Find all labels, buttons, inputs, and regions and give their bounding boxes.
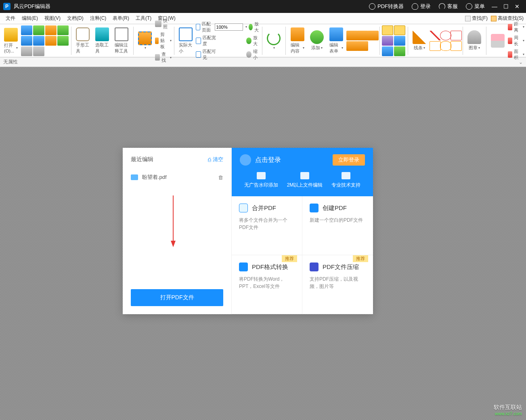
hand-tool-button[interactable]: 手形工具 <box>73 27 92 55</box>
menu-tool[interactable]: 工具(T) <box>132 15 155 22</box>
close-button[interactable]: ✕ <box>511 3 523 10</box>
chevron-down-icon[interactable]: ▾ <box>523 39 524 42</box>
card-merge-pdf[interactable]: 合并PDF 将多个文件合并为一个PDF文件 <box>232 196 302 255</box>
chevron-down-icon[interactable]: ▾ <box>145 46 146 50</box>
create-icon <box>310 204 319 212</box>
card-create-pdf[interactable]: 创建PDF 新建一个空白的PDF文件 <box>302 196 373 255</box>
pdf-converter-link[interactable]: PDF转换器 <box>369 3 404 10</box>
save-button[interactable] <box>21 25 32 35</box>
email-button[interactable] <box>33 25 44 35</box>
note-button[interactable] <box>394 25 405 35</box>
undo-all-button[interactable] <box>45 36 57 46</box>
select-tool-button[interactable]: 选取工具 <box>93 27 111 55</box>
annotate-tool-button[interactable]: 编辑注释工具 <box>112 27 131 55</box>
card-compress-pdf[interactable]: 推荐 PDF文件压缩 支持PDF压缩，以及视频，图片等 <box>302 255 373 314</box>
link-button[interactable] <box>382 46 393 56</box>
cloud-button[interactable] <box>440 41 451 51</box>
text-color-button[interactable] <box>382 36 393 46</box>
add-label: 添加 <box>311 45 320 51</box>
zoom-input[interactable] <box>215 23 243 31</box>
chevron-down-icon[interactable]: ▾ <box>342 46 343 50</box>
chevron-down-icon[interactable]: ▾ <box>245 25 247 29</box>
fit-width-button[interactable]: 匹配宽度放大 <box>196 34 260 47</box>
chevron-down-icon[interactable]: ▾ <box>523 25 524 29</box>
click-login-label[interactable]: 点击登录 <box>255 156 281 164</box>
open-pdf-button[interactable]: 打开PDF文件 <box>131 289 223 306</box>
redo-button[interactable] <box>57 25 69 35</box>
add-button[interactable]: 添加▾ <box>308 29 326 52</box>
distance-button[interactable]: 距离▾ <box>508 21 524 34</box>
menubar: 文件 编辑(E) 视图(V) 文档(D) 注释(C) 表单(R) 工具(T) 窗… <box>0 13 526 24</box>
rotate-button[interactable]: ▾ <box>264 31 283 50</box>
pentagon-button[interactable] <box>451 41 462 51</box>
form-text-button[interactable] <box>346 31 358 40</box>
form-distribute-button[interactable] <box>367 31 379 40</box>
find-button[interactable]: 查找(F) <box>465 15 488 22</box>
menu-form[interactable]: 表单(R) <box>109 15 132 22</box>
line-button[interactable] <box>430 31 441 40</box>
document-button[interactable] <box>21 46 32 56</box>
maximize-button[interactable]: ☐ <box>500 3 511 10</box>
fit-visible-button[interactable]: 匹配可见缩小 <box>196 48 260 61</box>
delete-recent-button[interactable]: 🗑 <box>218 174 223 181</box>
redo-all-button[interactable] <box>57 36 69 46</box>
edit-form-button[interactable]: 编辑表单▾ <box>327 27 346 55</box>
menu-view[interactable]: 视图(V) <box>41 15 64 22</box>
form-tools-grid <box>346 31 377 51</box>
marquee-tool-button[interactable]: ▾ <box>136 31 154 50</box>
undo-button[interactable] <box>45 25 57 35</box>
minimize-button[interactable]: — <box>489 3 500 10</box>
actual-size-button[interactable]: 实际大小 <box>176 27 195 55</box>
find-tool-button[interactable]: 查找▾ <box>155 51 172 64</box>
print-button[interactable] <box>21 36 32 46</box>
menu-comment[interactable]: 注释(C) <box>87 15 110 22</box>
menu-edit[interactable]: 编辑(E) <box>19 15 41 22</box>
edit-content-button[interactable]: 编辑内容▾ <box>288 27 307 55</box>
menu-file[interactable]: 文件 <box>2 15 19 22</box>
circle-button[interactable] <box>440 31 451 40</box>
menu-document[interactable]: 文档(D) <box>64 15 87 22</box>
zoom-in-icon[interactable] <box>249 24 253 30</box>
login-now-button[interactable]: 立即登录 <box>333 154 365 166</box>
polygon-button[interactable] <box>451 31 462 40</box>
recent-file-item[interactable]: 盼望着.pdf 🗑 <box>131 171 223 183</box>
propbar-chevron-icon[interactable]: ⌄ <box>519 59 523 65</box>
open-button[interactable]: 打开(O)...▾ <box>2 27 20 54</box>
document-dropdown-button[interactable] <box>33 46 44 56</box>
chevron-down-icon[interactable]: ▾ <box>523 52 524 56</box>
clipboard-button[interactable]: 剪贴板▾ <box>155 31 172 50</box>
chevron-down-icon[interactable]: ▾ <box>303 46 304 50</box>
form-group-button[interactable] <box>357 41 368 51</box>
chevron-down-icon[interactable]: ▾ <box>170 56 172 59</box>
highlight-button[interactable] <box>382 25 393 35</box>
scan-button[interactable] <box>33 36 44 46</box>
perimeter-button[interactable]: 周长▾ <box>508 34 524 47</box>
login-link[interactable]: 登录 <box>412 3 431 10</box>
zoom-in-icon-2[interactable] <box>246 38 251 44</box>
chevron-down-icon[interactable]: ▾ <box>16 46 18 50</box>
eraser-button[interactable] <box>488 33 507 48</box>
rect-button[interactable] <box>430 41 441 51</box>
chevron-down-icon[interactable]: ▾ <box>321 46 323 50</box>
lines-button[interactable]: 线条▾ <box>410 29 429 52</box>
snapshot-button[interactable]: 快照 <box>155 17 172 30</box>
form-align-button[interactable] <box>357 31 368 40</box>
attach-button[interactable] <box>394 36 405 46</box>
sound-button[interactable] <box>394 46 405 56</box>
chevron-down-icon[interactable]: ▾ <box>170 39 172 42</box>
broom-icon: ⎙ <box>208 157 211 163</box>
chevron-down-icon[interactable]: ▾ <box>423 46 425 50</box>
stamp-icon <box>467 30 481 44</box>
stamp-button[interactable]: 图章▾ <box>465 29 484 52</box>
support-link[interactable]: 客服 <box>439 3 458 10</box>
zoom-out-icon[interactable] <box>246 51 251 58</box>
card-convert-pdf[interactable]: 推荐 PDF格式转换 将PDF转换为Word，PPT，Excel等文件 <box>232 255 302 314</box>
hand-label: 手形工具 <box>76 42 90 54</box>
feature-support: 专业技术支持 <box>331 172 360 189</box>
menu-link[interactable]: 菜单 <box>466 3 485 10</box>
chevron-down-icon[interactable]: ▾ <box>478 46 480 50</box>
clear-recent-button[interactable]: ⎙ 清空 <box>208 156 223 163</box>
chevron-down-icon[interactable]: ▾ <box>273 46 275 50</box>
fit-page-button[interactable]: 匹配页面▾放大 <box>196 21 260 34</box>
form-field-button[interactable] <box>346 41 358 51</box>
